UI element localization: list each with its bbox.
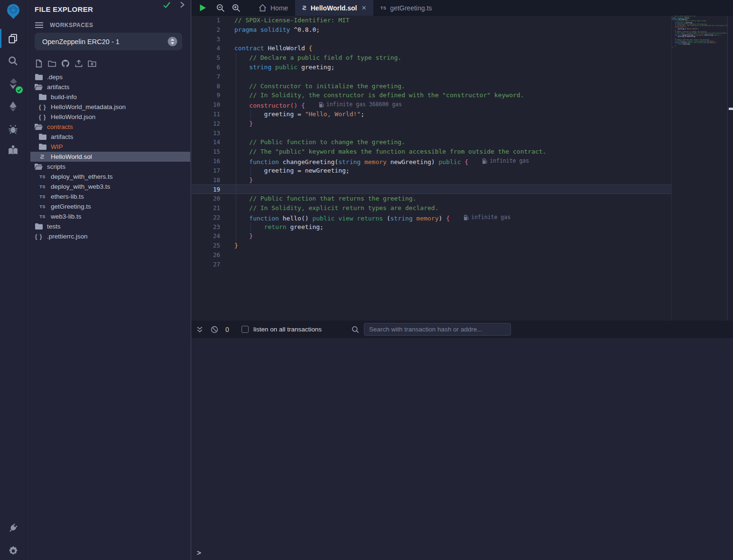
file-explorer-panel: FILE EXPLORER WORKSPACES OpenZeppelin ER…	[27, 0, 191, 560]
file-explorer-icon[interactable]	[0, 28, 26, 49]
tab-label: Home	[270, 4, 288, 12]
tree-item-label: tests	[47, 223, 61, 230]
line-number: 22	[192, 213, 220, 222]
workspace-ok-check-icon[interactable]	[163, 1, 171, 11]
terminal-search-icon	[352, 321, 359, 338]
solidity-compiler-icon[interactable]	[0, 73, 26, 94]
tree-item-artifacts[interactable]: artifacts	[30, 132, 190, 142]
tree-item-ethers-lib.ts[interactable]: TSethers-lib.ts	[30, 192, 190, 202]
tree-item-build-info[interactable]: build-info	[30, 92, 190, 102]
new-file-icon[interactable]	[35, 58, 43, 69]
tree-item-tests[interactable]: tests	[30, 221, 190, 231]
search-icon[interactable]	[0, 50, 26, 71]
line-number: 27	[192, 260, 220, 269]
tab-Home[interactable]: Home	[251, 0, 295, 16]
panel-forward-chevron-icon[interactable]	[179, 1, 185, 10]
upload-file-icon[interactable]	[74, 58, 83, 69]
tree-item-HelloWorld.sol[interactable]: ƧHelloWorld.sol	[30, 152, 190, 162]
ts-icon: TS	[38, 184, 46, 189]
json-icon: { }	[38, 104, 46, 110]
terminal-clear-icon[interactable]	[211, 321, 218, 338]
tab-label: HelloWorld.sol	[311, 4, 357, 12]
code-line-27: 27	[192, 260, 671, 269]
tree-item-label: HelloWorld.json	[51, 113, 95, 120]
code-line-12: 12 }	[192, 119, 671, 129]
tree-item-.deps[interactable]: .deps	[30, 72, 190, 82]
zoom-out-icon[interactable]	[214, 0, 227, 16]
tree-item-label: artifacts	[47, 83, 69, 91]
line-number: 13	[192, 129, 220, 138]
line-number: 3	[192, 35, 220, 44]
transaction-search-input[interactable]	[364, 323, 511, 336]
code-line-16: 16 function changeGreeting(string memory…	[192, 156, 671, 166]
tab-HelloWorld.sol[interactable]: ƧHelloWorld.sol×	[295, 0, 373, 16]
settings-icon[interactable]	[0, 541, 26, 560]
terminal-output[interactable]: >	[192, 338, 733, 560]
code-editor[interactable]: 1// SPDX-License-Identifier: MIT2pragma …	[192, 16, 671, 321]
run-script-button[interactable]	[196, 0, 209, 16]
deploy-and-run-icon[interactable]	[0, 96, 26, 117]
tree-item-web3-lib.ts[interactable]: TSweb3-lib.ts	[30, 211, 190, 221]
terminal-collapse-icon[interactable]	[196, 321, 204, 338]
tree-item-WIP[interactable]: WIP	[30, 142, 190, 152]
tree-item-HelloWorld.json[interactable]: { }HelloWorld.json	[30, 112, 190, 122]
activity-bar	[0, 0, 26, 560]
tree-item-deploy_with_ethers.ts[interactable]: TSdeploy_with_ethers.ts	[30, 172, 190, 182]
close-tab-icon[interactable]: ×	[362, 4, 366, 12]
editor-tabbar: HomeƧHelloWorld.sol×TSgetGreeting.ts	[192, 0, 733, 16]
workspace-sort-icon[interactable]	[167, 37, 177, 46]
tab-getGreeting.ts[interactable]: TSgetGreeting.ts	[373, 0, 439, 16]
folder-open-icon	[35, 164, 43, 170]
ts-icon: TS	[38, 204, 46, 209]
code-line-3: 3	[192, 35, 671, 44]
line-number: 24	[192, 231, 220, 241]
ts-icon: TS	[38, 174, 46, 179]
code-line-26: 26	[192, 250, 671, 260]
tree-item-artifacts[interactable]: artifacts	[30, 82, 190, 92]
line-number: 11	[192, 110, 220, 119]
ts-icon: TS	[380, 6, 387, 10]
debugger-icon[interactable]	[0, 119, 26, 139]
code-line-17: 17 greeting = newGreeting;	[192, 166, 671, 175]
code-line-25: 25}	[192, 241, 671, 250]
workspace-dropdown[interactable]: OpenZeppelin ERC20 - 1	[35, 33, 182, 50]
new-folder-icon[interactable]	[48, 58, 56, 69]
workspaces-menu-icon[interactable]	[35, 22, 44, 28]
zoom-in-icon[interactable]	[230, 0, 242, 16]
line-number: 23	[192, 222, 220, 232]
tree-item-deploy_with_web3.ts[interactable]: TSdeploy_with_web3.ts	[30, 182, 190, 192]
tree-item-contracts[interactable]: contracts	[30, 122, 190, 132]
home-icon	[259, 4, 267, 12]
clone-github-icon[interactable]	[61, 58, 70, 69]
folder-closed-icon	[38, 94, 46, 100]
remix-logo-icon[interactable]	[0, 2, 26, 23]
tree-item-label: .deps	[47, 73, 63, 81]
gas-estimate-badge: infinite gas	[482, 156, 529, 166]
line-number: 16	[192, 156, 220, 166]
line-number: 21	[192, 203, 220, 213]
code-line-2: 2pragma solidity ^0.8.0;	[192, 25, 671, 35]
json-icon: { }	[38, 114, 46, 120]
line-number: 15	[192, 147, 220, 156]
line-number: 8	[192, 82, 220, 91]
tree-item-getGreeting.ts[interactable]: TSgetGreeting.ts	[30, 202, 190, 211]
line-number: 9	[192, 91, 220, 100]
code-line-5: 5 // Declare a public field of type stri…	[192, 53, 671, 63]
listen-checkbox[interactable]	[241, 321, 249, 338]
scrollbar-handle[interactable]	[729, 108, 733, 110]
learneth-icon[interactable]	[0, 139, 26, 160]
tree-item-label: HelloWorld_metadata.json	[51, 103, 126, 110]
line-number: 17	[192, 166, 220, 175]
folder-closed-icon	[35, 223, 43, 230]
solidity-icon: Ƨ	[302, 4, 306, 11]
plugin-manager-icon[interactable]	[0, 517, 26, 538]
tree-item-label: ethers-lib.ts	[51, 193, 84, 200]
tree-item-scripts[interactable]: scripts	[30, 162, 190, 172]
tree-item-HelloWorld_metadata.json[interactable]: { }HelloWorld_metadata.json	[30, 102, 190, 112]
upload-folder-icon[interactable]	[88, 58, 96, 69]
tree-item-.prettierrc.json[interactable]: { }.prettierrc.json	[30, 231, 190, 241]
minimap[interactable]: // SPDX-License-Identifier: MITpragma so…	[671, 16, 727, 321]
terminal-toolbar: 0 listen on all transactions	[192, 321, 733, 338]
tree-item-label: contracts	[47, 123, 73, 130]
json-icon: { }	[35, 233, 43, 240]
